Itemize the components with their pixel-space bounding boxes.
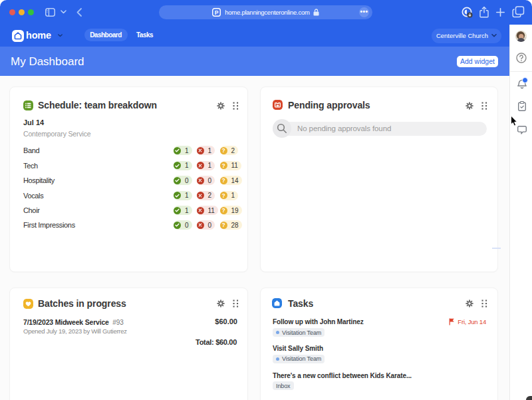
svg-text:P: P	[215, 9, 219, 16]
